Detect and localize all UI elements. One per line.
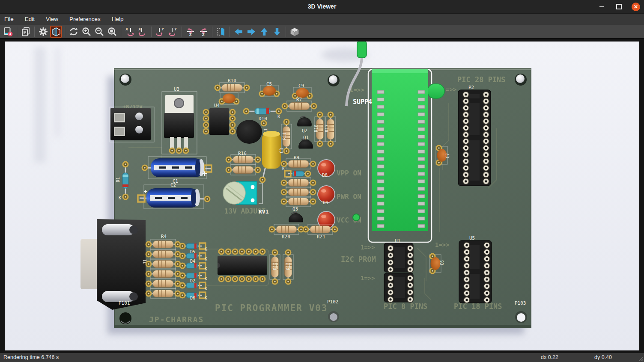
ref-r7: R7 <box>296 97 302 102</box>
title-bar: 3D Viewer ✕ <box>0 0 644 14</box>
ref-d6: D6 <box>190 296 195 300</box>
ref-r11: R11 <box>282 132 287 140</box>
arrow-right-icon <box>246 27 256 37</box>
ref-q3: Q3 <box>292 206 298 212</box>
zoom-in-icon <box>81 27 92 37</box>
zoom-out-button[interactable] <box>93 26 105 38</box>
render-cube-icon <box>51 27 61 37</box>
ref-u1: U1 <box>395 238 400 243</box>
silk-pin1-marker: 1=>> <box>361 244 375 251</box>
arrow-up-icon <box>259 27 269 37</box>
arrow-down-icon <box>272 27 282 37</box>
ref-k: K <box>205 296 207 300</box>
led-green <box>353 214 360 221</box>
rendering-time: Rendering time 6.746 s <box>3 353 59 362</box>
ref-c2-plus: + <box>144 189 147 195</box>
copy-image-button[interactable] <box>20 26 32 38</box>
silk-pin1-marker: 1=>> <box>361 275 375 282</box>
menu-bar: File Edit View Preferences Help <box>0 14 644 25</box>
zoom-out-icon <box>94 27 104 37</box>
zif-lever-handle <box>357 42 367 58</box>
ref-p103: P103 <box>515 300 526 306</box>
menu-preferences[interactable]: Preferences <box>64 14 106 25</box>
ref-r21: R21 <box>317 234 325 240</box>
zoom-fit-button[interactable] <box>106 26 118 38</box>
svg-text:Y: Y <box>161 27 164 31</box>
silk-pic18-label: PIC 18 PINS <box>454 302 502 311</box>
dip-socket-u1b <box>384 273 413 303</box>
ref-u5: U5 <box>469 235 475 241</box>
ref-r16: R16 <box>238 151 247 156</box>
copy-icon <box>21 27 31 37</box>
close-icon: ✕ <box>632 3 640 11</box>
arrow-left-icon <box>233 27 244 37</box>
rotate-z-ccw-button[interactable]: Z <box>197 26 209 38</box>
refresh-view-button[interactable] <box>68 26 80 38</box>
close-button[interactable]: ✕ <box>631 2 641 12</box>
silk-pic28-label: PIC 28 PINS <box>457 75 506 84</box>
ref-d8: D8 <box>322 172 328 178</box>
silk-pin1-marker: 1=>> <box>350 86 364 93</box>
dip-socket-u1: U1 <box>384 238 413 273</box>
silk-board-title: PIC PROGRAMMER V03 <box>215 303 328 313</box>
minimize-button[interactable] <box>597 2 606 12</box>
resize-grip[interactable] <box>637 355 644 362</box>
ref-k: K <box>205 286 207 291</box>
ref-k: K <box>205 267 207 271</box>
pan-down-button[interactable] <box>271 26 283 38</box>
inductor-l1 <box>236 120 262 144</box>
menu-help[interactable]: Help <box>106 14 129 25</box>
ref-rv1: RV1 <box>259 208 269 215</box>
ref-d4: D4 <box>190 259 195 264</box>
rotate-x-cw-button[interactable]: X <box>124 26 136 38</box>
ref-d1: D1 <box>116 177 120 182</box>
menu-edit[interactable]: Edit <box>19 14 40 25</box>
terminal-block-p1 <box>110 107 154 142</box>
settings-button[interactable] <box>37 26 49 38</box>
export-image-icon <box>3 27 13 37</box>
status-dy: dy 0.40 <box>594 353 612 362</box>
realistic-render-button[interactable] <box>50 26 62 38</box>
ortho-view-button[interactable] <box>289 26 301 38</box>
pan-left-button[interactable] <box>233 26 244 38</box>
ref-k: K <box>205 247 207 252</box>
rotate-z-cw-icon: Z <box>185 27 196 37</box>
rotate-x-cw-icon: X <box>125 27 135 37</box>
ref-d9: D9 <box>323 200 328 205</box>
ref-p2: P2 <box>468 85 474 90</box>
ref-k: K <box>277 114 280 119</box>
export-image-button[interactable] <box>2 26 14 38</box>
menu-file[interactable]: File <box>0 14 19 25</box>
menu-view[interactable]: View <box>40 14 64 25</box>
flip-board-button[interactable] <box>215 26 227 38</box>
gear-icon <box>38 27 48 37</box>
flip-board-icon <box>216 27 226 37</box>
rotate-x-ccw-button[interactable]: X <box>137 26 149 38</box>
silk-author: JP-CHARRAS <box>149 315 204 324</box>
silk-pin1-marker: =>> <box>446 86 456 93</box>
3d-viewport-canvas[interactable]: +8/12V PIC 28 PINS 1=>> =>> VPP ON PWR O… <box>5 42 639 350</box>
ref-r20: R20 <box>282 234 290 240</box>
ref-r13: R13 <box>286 262 291 270</box>
ref-c9: C9 <box>298 83 304 89</box>
ref-d2: D2 <box>190 279 195 283</box>
ref-u3: U3 <box>174 86 179 92</box>
silk-pin1-marker: 1=>> <box>435 241 450 248</box>
ref-c5: C5 <box>266 81 272 87</box>
maximize-button[interactable] <box>614 2 623 12</box>
zoom-in-button[interactable] <box>80 26 92 38</box>
pan-right-button[interactable] <box>245 26 257 38</box>
rotate-y-cw-icon: Y <box>155 27 165 37</box>
ref-r17: R17 <box>325 125 329 132</box>
zif-latch <box>427 84 444 98</box>
ref-k: K <box>205 276 207 281</box>
silk-pwr-on: PWR ON <box>337 193 361 201</box>
ref-r18: R18 <box>314 125 319 132</box>
pan-up-button[interactable] <box>258 26 270 38</box>
ref-k: K <box>119 196 121 200</box>
status-bar: Rendering time 6.746 s dx 0.22 dy 0.40 <box>0 353 644 362</box>
rotate-y-cw-button[interactable]: Y <box>154 26 166 38</box>
silk-pic8-label: PIC 8 PINS <box>384 302 427 311</box>
rotate-z-cw-button[interactable]: Z <box>185 26 197 38</box>
rotate-y-ccw-button[interactable]: Y <box>167 26 179 38</box>
